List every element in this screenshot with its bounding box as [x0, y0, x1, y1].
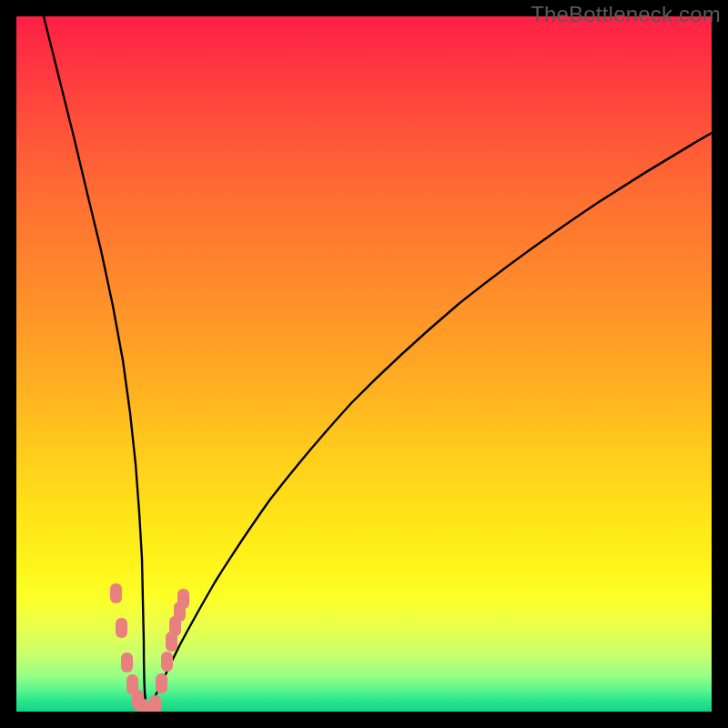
- svg-rect-9: [161, 652, 173, 672]
- chart-frame: TheBottleneck.com: [0, 0, 728, 728]
- watermark-text: TheBottleneck.com: [531, 2, 721, 27]
- svg-rect-0: [110, 583, 122, 603]
- svg-rect-2: [121, 652, 133, 672]
- svg-rect-8: [156, 673, 167, 693]
- svg-rect-7: [149, 695, 161, 712]
- svg-rect-1: [116, 618, 127, 638]
- svg-rect-13: [177, 589, 189, 609]
- plot-area: [16, 16, 712, 712]
- bottleneck-curve-svg: [16, 16, 712, 712]
- bottleneck-curve: [44, 16, 712, 709]
